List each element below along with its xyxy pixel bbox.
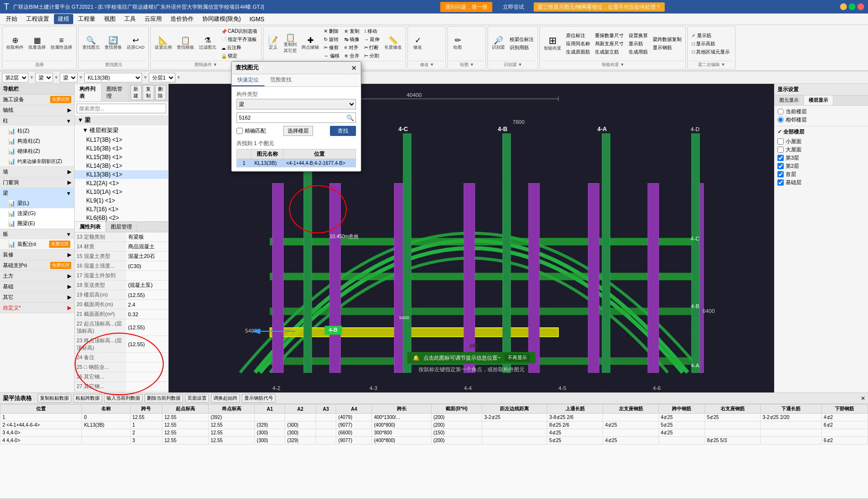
generate-shape-btn[interactable]: 生成架立筋 (593, 48, 626, 56)
comp-search-input[interactable] (77, 104, 166, 113)
merge-btn[interactable]: ⊕ 合并 (342, 52, 361, 60)
new-size-btn[interactable]: 局新支座尺寸 (593, 40, 626, 48)
select-floor-btn[interactable]: 选择楼层 (283, 126, 313, 136)
find-btn[interactable]: 查找 (330, 126, 356, 136)
nav-header-other[interactable]: 其它▶ (0, 292, 74, 302)
filter-select-btn[interactable]: ≡按属性选择 (49, 36, 74, 52)
rtab-element-display[interactable]: 图元显示 (775, 95, 804, 105)
ptab-drawing[interactable]: 图纸管理 (102, 84, 129, 101)
question-banner[interactable]: 梁三维显示图元/钢网看错位，位置不对应如何处理？ (534, 2, 665, 12)
paste-span-btn[interactable]: 粘贴跨数据 (73, 394, 102, 403)
nav-item-link-beam[interactable]: 📊 连梁(G) (0, 208, 74, 218)
menu-quantities[interactable]: 工程量 (74, 14, 99, 24)
mirror-btn[interactable]: ↹ 镜像 (342, 36, 361, 43)
floor-selector[interactable]: 第2层 第3层 首层 (2, 73, 28, 82)
comp-item-kl14[interactable]: KL14(3B) <1> (75, 162, 168, 170)
identify-section-btn[interactable]: 识别用筋 (508, 44, 536, 52)
set-convert-btn[interactable]: 设置换算 (627, 32, 650, 40)
comp-item-kl17[interactable]: KL17(3B) <1> (75, 135, 168, 144)
move-btn[interactable]: ↕ 移动 (362, 27, 382, 35)
align-btn[interactable]: ≡ 对齐 (342, 44, 361, 52)
del-comp-btn[interactable]: 删除 (155, 85, 166, 100)
comp-item-kl7[interactable]: KL7(16) <1> (75, 205, 168, 214)
comp-section-beam[interactable]: ▼ 梁 (75, 115, 168, 125)
floor-3[interactable]: 第3层 (777, 154, 865, 162)
close-btn[interactable] (857, 3, 864, 10)
nav-header-base[interactable]: 基础▶ (0, 282, 74, 292)
restore-cad-btn[interactable]: ↩还原CAD (125, 36, 146, 52)
extend-btn[interactable]: → 延伸 (362, 36, 382, 43)
rtab-floor-display[interactable]: 楼层显示 (804, 95, 833, 105)
pick-element-btn[interactable]: ⊕拾取构件 (4, 36, 26, 52)
menu-collab[interactable]: 协同建模(限免) (198, 14, 245, 24)
nav-header-custom[interactable]: 自定义*▶ (0, 303, 74, 313)
copy2-btn[interactable]: ⊕ 复制 (342, 27, 361, 35)
menu-start[interactable]: 开始 (2, 14, 21, 24)
lock-btn[interactable]: 🔒锁定 (219, 52, 259, 60)
comp-item-kl15[interactable]: KL15(3B) <1> (75, 153, 168, 162)
floor-base[interactable]: 基础层 (777, 178, 865, 187)
exact-match-checkbox[interactable] (237, 128, 243, 134)
element-type-selector[interactable]: 梁 柱 板 (35, 73, 53, 82)
show-anchor-btn[interactable]: ✓ 显示筋 (690, 32, 732, 40)
comp-item-kl9[interactable]: KL9(1) <1> (75, 196, 168, 205)
nav-header-slab[interactable]: 板▼ (0, 229, 74, 239)
nav-item-precast[interactable]: 📊 装配台ó 免费试用 (0, 239, 74, 249)
nav-item-masonry-column[interactable]: 📊 砌体柱(Z) (0, 146, 74, 156)
generate-region-btn[interactable]: 生成原面筋 (564, 48, 592, 56)
check-beam-pos-btn[interactable]: 校梁位标注 (508, 36, 536, 43)
menu-cloud[interactable]: 云应用 (141, 14, 166, 24)
type-selector[interactable]: 梁 柱 板 (237, 99, 356, 109)
cloud-note-btn[interactable]: ☁云注释 (219, 44, 259, 52)
comp-subsection-frame[interactable]: ▼ 楼层框架梁 (75, 125, 168, 135)
nav-header-earthwork[interactable]: 土方▶ (0, 271, 74, 281)
dtab-range[interactable]: 范围查找 (264, 74, 297, 86)
identify-btn[interactable]: 🔎识别梁 (490, 36, 507, 52)
swap-start-span-btn[interactable]: 调换起始跨 (211, 394, 240, 403)
specify-floor-btn[interactable]: 📄指定平齐顶板 (219, 36, 259, 43)
exact-match-label[interactable]: 精确匹配 (237, 127, 266, 135)
input-col-btn[interactable]: 输入当前列数据 (104, 394, 143, 403)
offset-btn[interactable]: ↔ 偏移 (322, 52, 342, 60)
apply-name-btn[interactable]: 应用同名称 (564, 40, 592, 48)
menu-view[interactable]: 视图 (100, 14, 119, 24)
current-floor-option[interactable]: 当前楼层 (777, 108, 865, 116)
element-selector[interactable]: KL13(3B) KL14(3B) (84, 73, 142, 82)
delete-col-btn[interactable]: 删除当前列数据 (145, 394, 183, 403)
menu-pricing[interactable]: 造价协作 (167, 14, 197, 24)
display-rebar-num-btn[interactable]: 显示钢筋 (651, 44, 684, 52)
find-element-btn[interactable]: 🔍查找图元 (80, 36, 102, 52)
generate-use-btn[interactable]: 生成用筋 (627, 48, 650, 56)
beam-data-copy-btn[interactable]: 梁跨数据复制 (651, 36, 684, 43)
break-btn[interactable]: ✂ 打断 (362, 44, 382, 52)
nav-header-decor[interactable]: 装修▶ (0, 250, 74, 260)
find-replace-btn[interactable]: 🔄查找替换 (103, 36, 124, 52)
minimize-btn[interactable] (840, 3, 847, 10)
query-template-btn[interactable]: 📋查找模板 (175, 36, 196, 52)
floor-small-roof[interactable]: 小屋面 (777, 137, 865, 146)
batch-select-btn[interactable]: ▦批量选择 (26, 36, 48, 52)
search-input[interactable] (237, 112, 356, 123)
nav-header-equipment[interactable]: 施工设备 免费试用 (0, 94, 74, 105)
filter-element-btn[interactable]: ⚗过滤图元 (197, 36, 218, 52)
floor-big-roof[interactable]: 大屋面 (777, 146, 865, 154)
nav-header-wall[interactable]: 墙▶ (0, 167, 74, 177)
nav-header-door[interactable]: 门窗洞▶ (0, 177, 74, 188)
define-btn[interactable]: 📝定义 (265, 36, 281, 52)
nav-item-construct-column[interactable]: 📊 构造柱(Z) (0, 136, 74, 146)
search-magnifier-icon[interactable]: 🔍 (346, 114, 354, 121)
comp-item-kl13[interactable]: KL13(3B) <1> (75, 170, 168, 179)
ptab-components[interactable]: 构件列表 (75, 84, 102, 101)
check-beam-btn[interactable]: ✓修改 (410, 36, 425, 52)
two-point-axis-btn[interactable]: ✚两点辅轴 (300, 36, 321, 52)
other-zone-btn[interactable]: □ 其他区域元显示 (690, 48, 732, 56)
show-rebar-code-btn[interactable]: 显示钢筋代号 (242, 394, 276, 403)
nav-item-boundary-column[interactable]: 📊 约束边缘非阴影区(Z) (0, 156, 74, 166)
nav-item-column-z[interactable]: 📊 柱(Z) (0, 126, 74, 136)
new-comp-btn[interactable]: 新建 (131, 85, 142, 100)
smart-layout-btn[interactable]: ⊞智能布置 (542, 35, 563, 53)
draw-btn[interactable]: ✏绘图 (450, 36, 465, 52)
page-setup-btn[interactable]: 页面设置 (185, 394, 209, 403)
hint-dismiss[interactable]: 不再显示 (505, 354, 530, 362)
show-rebar-btn[interactable]: 显示筋 (627, 40, 650, 48)
